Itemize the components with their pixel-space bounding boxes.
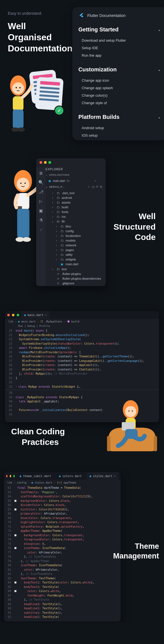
editor-tabbar: ◉ main.dart × — [5, 311, 159, 319]
code-line: 67 hintColor: Color(0xffA3A3A3), — [4, 507, 121, 512]
doc-item[interactable]: Setup IDE — [82, 44, 161, 52]
crumb-item[interactable]: build — [71, 320, 79, 323]
editor-tab[interactable]: ◉ main.dart × — [21, 311, 49, 319]
editor-tab[interactable]: ◉ colors.dart — [56, 472, 85, 480]
close-icon[interactable]: × — [45, 314, 47, 317]
crumb-item[interactable]: main.dart — [21, 320, 36, 323]
maximize-icon[interactable] — [48, 161, 51, 164]
tree-row[interactable]: ›🗀.dart_tool — [39, 191, 106, 195]
doc-item[interactable]: Change style of — [82, 99, 161, 107]
new-folder-icon[interactable]: 🗀 — [92, 185, 95, 189]
tree-row[interactable]: ›🗀build — [39, 205, 106, 209]
tree-label: models — [66, 239, 75, 242]
doc-item[interactable]: Change app splash — [82, 84, 161, 92]
doc-brand-label: Flutter Documentation — [87, 13, 126, 18]
doc-section-header[interactable]: Customization⌄ — [78, 66, 161, 73]
close-icon[interactable]: × — [114, 475, 116, 478]
flutter-icon[interactable]: ⟋ — [38, 227, 43, 232]
close-icon[interactable]: × — [95, 179, 96, 182]
doc-item[interactable]: Change color(s) — [82, 92, 161, 99]
tree-row[interactable]: ⌄🗁lib — [39, 219, 106, 224]
tree-row[interactable]: ›🗀test — [39, 267, 106, 271]
code-line: 70 highlightColor: Colors.transparent, — [4, 520, 121, 525]
search-icon[interactable]: 🔍 — [38, 180, 43, 185]
tree-row[interactable]: ›🗀android — [39, 195, 106, 200]
doc-section-header[interactable]: Platform Builds⌄ — [78, 114, 161, 120]
doc-brand: Flutter Documentation — [78, 12, 161, 19]
extensions-icon[interactable]: ▣ — [38, 208, 43, 213]
tree-row[interactable]: ≡.flutter-plugins-dependencies — [39, 276, 106, 281]
tree-row[interactable]: ›🗀models — [39, 238, 106, 243]
files-icon[interactable]: 🗎 — [38, 171, 43, 176]
code-line: 80 iconTheme: IconThemeData( — [4, 563, 121, 568]
doc-item[interactable]: Change app icon — [82, 77, 161, 84]
tree-row[interactable]: ›🗀config — [39, 229, 106, 233]
doc-item[interactable]: Run the app — [82, 52, 161, 59]
modified-gutter-icon — [14, 590, 16, 592]
tree-row[interactable]: ›🗀widgets — [39, 257, 106, 262]
doc-section-header[interactable]: Getting Started⌄ — [78, 26, 161, 33]
project-root[interactable]: ⌄SERVO_P... ＋ 🗀 ⟳ ⊟ — [36, 184, 106, 190]
minimize-icon[interactable] — [12, 314, 14, 316]
code-line: 72 appBarTheme: AppBarTheme( — [4, 529, 121, 533]
expand-icon: › — [54, 244, 58, 247]
flutter-logo-icon — [78, 12, 85, 19]
tree-row[interactable]: ›🗀fonts — [39, 209, 106, 214]
line-number: 29 — [7, 367, 16, 372]
minimize-icon[interactable] — [10, 475, 11, 477]
line-number: 87 — [6, 593, 14, 598]
code-line: 83 textTheme: TextTheme( — [4, 576, 121, 581]
close-icon[interactable] — [7, 314, 10, 316]
open-editor-tab[interactable]: ◉ main.dart lib × — [48, 179, 96, 182]
tree-row[interactable]: ◉main.dart — [39, 262, 106, 267]
line-number: 69 — [6, 516, 14, 520]
editor-tab[interactable]: ◉ theme_cubit.dart — [17, 472, 54, 480]
theme-management-section: ◉ theme_cubit.dart ◉ colors.dart ◉ style… — [0, 461, 164, 622]
tree-row[interactable]: ›🗀utility — [39, 252, 106, 257]
line-number: 41 — [7, 404, 16, 408]
close-icon[interactable] — [39, 161, 42, 164]
code-line: 81 color: kPrimaryColor, — [4, 568, 121, 572]
tree-row[interactable]: ›🗀ios — [39, 214, 106, 219]
close-icon[interactable] — [6, 475, 8, 477]
doc-section-title: Platform Builds — [78, 114, 120, 120]
open-editors-group[interactable]: ⌄OPEN EDITORS — [36, 172, 106, 178]
folder-icon: 🗀 — [60, 253, 64, 256]
minimize-icon[interactable] — [44, 161, 47, 164]
tree-row[interactable]: ›🗀bloc — [39, 224, 106, 229]
tree-label: .flutter-plugins — [62, 272, 81, 275]
tree-row[interactable]: ›🗀assets — [39, 200, 106, 205]
collapse-icon[interactable]: › — [16, 385, 18, 389]
line-number: 40 — [7, 399, 16, 404]
doc-item[interactable]: Download and setup Flutter — [82, 37, 161, 44]
source-control-icon[interactable]: ⎇ — [38, 189, 43, 194]
svg-point-20 — [23, 237, 31, 242]
tree-row[interactable]: ≡.gitignore — [39, 281, 106, 285]
crumb-item[interactable]: appTheme — [64, 481, 76, 484]
collapse-icon[interactable]: ⊟ — [100, 185, 103, 189]
editor-tab[interactable]: ◉ styles.dart × — [87, 472, 118, 480]
breadcrumb[interactable]: lib› config› ◉ styles.dart› [∘] appTheme — [4, 480, 121, 485]
crumb-item[interactable]: styles.dart — [35, 481, 52, 484]
doc-item[interactable]: Android setup — [82, 124, 161, 132]
debug-icon[interactable]: ▷ — [38, 199, 43, 204]
refresh-icon[interactable]: ⟳ — [96, 185, 99, 189]
crumb-item[interactable]: lib — [8, 320, 13, 323]
maximize-icon[interactable] — [13, 475, 15, 477]
tree-row[interactable]: ›🗀network — [39, 243, 106, 247]
crumb-item[interactable]: _MyAppState — [45, 320, 62, 323]
new-file-icon[interactable]: ＋ — [87, 185, 91, 189]
code-line: 71 splashFactory: NoSplash.splashFactory… — [4, 525, 121, 529]
expand-icon: › — [51, 206, 54, 209]
flask-icon[interactable]: ⚗ — [38, 218, 43, 223]
breadcrumb[interactable]: lib› ◉ main.dart› ⬡ _MyAppState› ⬢ build — [5, 319, 159, 324]
doc-item[interactable]: iOS setup — [82, 132, 161, 139]
tree-row[interactable]: ›🗀localization — [39, 233, 106, 238]
tree-row[interactable]: ≡.flutter-plugins — [39, 271, 106, 276]
code-line: 68 primaryColor: kPrimaryColor, — [4, 512, 121, 516]
crumb-item[interactable]: config — [17, 481, 26, 484]
crumb-item[interactable]: lib — [7, 481, 12, 484]
maximize-icon[interactable] — [17, 314, 19, 316]
codelens[interactable]: Run | Debug | Profile — [5, 324, 159, 328]
tree-row[interactable]: ›🗀pages — [39, 247, 106, 252]
